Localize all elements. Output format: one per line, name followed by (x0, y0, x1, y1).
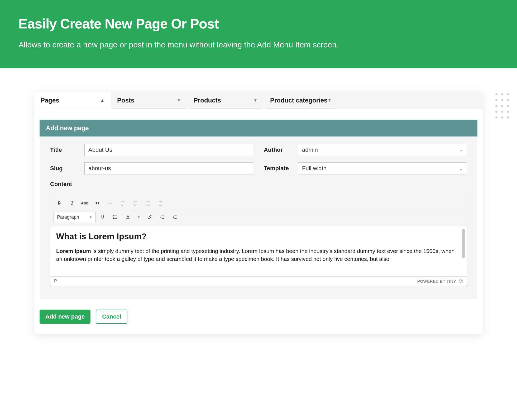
caret-down-icon: ▼ (177, 98, 181, 103)
tab-posts[interactable]: Posts ▼ (111, 92, 187, 109)
tab-products[interactable]: Products ▼ (187, 92, 264, 109)
caret-up-icon: ▲ (100, 98, 104, 103)
editor-content[interactable]: What is Lorem Ipsum? Lorem Ipsum is simp… (50, 226, 467, 276)
panel-title: Add new page (40, 120, 477, 136)
caret-down-icon: ▼ (89, 215, 92, 219)
cancel-button[interactable]: Cancel (96, 310, 127, 324)
chevron-down-icon: ⌄ (459, 165, 463, 171)
powered-by-label: POWERED BY TINY (417, 279, 456, 284)
hero-banner: Easily Create New Page Or Post Allows to… (0, 0, 517, 68)
template-label: Template (264, 165, 298, 172)
author-selected: admin (302, 146, 318, 153)
hero-subtitle: Allows to create a new page or post in t… (18, 40, 499, 50)
slug-label: Slug (50, 165, 84, 172)
caret-down-icon: ▼ (327, 98, 332, 103)
template-select[interactable]: Full width ⌄ (298, 162, 467, 174)
horizontal-rule-button[interactable] (104, 198, 116, 208)
editor-path: P (54, 279, 57, 284)
block-format-select[interactable]: Paragraph ▼ (54, 212, 96, 222)
blockquote-button[interactable] (92, 198, 103, 208)
content-label: Content (50, 181, 467, 188)
add-new-page-button[interactable]: Add new page (40, 310, 90, 324)
underline-button[interactable] (97, 212, 108, 222)
title-label: Title (50, 146, 84, 153)
svg-rect-0 (108, 203, 112, 203)
content-heading: What is Lorem Ipsum? (56, 232, 461, 241)
add-page-card: Pages ▲ Posts ▼ Products ▼ Product categ… (34, 92, 483, 334)
align-right-button[interactable] (142, 198, 154, 208)
resize-handle-icon[interactable] (459, 279, 463, 283)
tab-pages[interactable]: Pages ▲ (34, 92, 111, 109)
hero-title: Easily Create New Page Or Post (18, 16, 499, 32)
tab-label: Pages (41, 97, 59, 104)
tab-label: Posts (117, 97, 134, 104)
content-type-tabs: Pages ▲ Posts ▼ Products ▼ Product categ… (34, 92, 483, 109)
decorative-dots (495, 93, 509, 119)
text-color-dropdown[interactable]: ▼ (135, 212, 143, 222)
scrollbar-thumb[interactable] (462, 229, 465, 258)
outdent-button[interactable] (156, 212, 168, 222)
bullet-list-button[interactable] (109, 212, 121, 222)
title-input[interactable] (84, 144, 253, 156)
svg-rect-23 (126, 218, 130, 219)
author-select[interactable]: admin ⌄ (298, 144, 467, 156)
align-left-button[interactable] (117, 198, 128, 208)
tab-product-categories[interactable]: Product categories ▼ (264, 92, 338, 109)
template-selected: Full width (302, 165, 327, 172)
align-center-button[interactable] (130, 198, 141, 208)
text-color-button[interactable] (122, 212, 134, 222)
italic-button[interactable] (66, 198, 78, 208)
align-justify-button[interactable] (155, 198, 166, 208)
indent-button[interactable] (169, 212, 181, 222)
tab-label: Product categories (270, 97, 327, 104)
strikethrough-button[interactable]: ABC (79, 198, 90, 208)
chevron-down-icon: ⌄ (459, 147, 463, 153)
editor-toolbar: ABC Paragraph ▼ (50, 194, 467, 226)
tab-label: Products (194, 97, 221, 104)
caret-down-icon: ▼ (253, 98, 257, 103)
svg-point-20 (113, 216, 114, 216)
slug-input[interactable] (84, 162, 253, 174)
block-format-value: Paragraph (57, 214, 79, 220)
svg-point-22 (113, 218, 114, 219)
bold-button[interactable] (54, 198, 65, 208)
author-label: Author (264, 146, 298, 153)
wysiwyg-editor: ABC Paragraph ▼ (50, 194, 467, 286)
content-paragraph: Lorem Ipsum is simply dummy text of the … (56, 247, 461, 263)
svg-point-21 (113, 217, 114, 217)
clear-formatting-button[interactable] (144, 212, 155, 222)
